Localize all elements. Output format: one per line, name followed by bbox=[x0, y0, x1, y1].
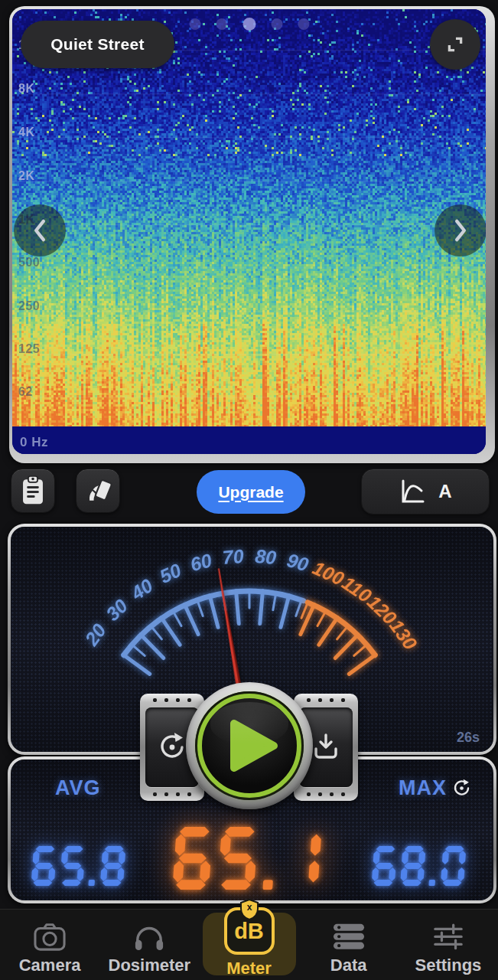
tab-bar: Camera Dosimeter dB x Meter bbox=[0, 909, 498, 980]
tab-label: Data bbox=[330, 956, 367, 975]
prev-arrow-button[interactable] bbox=[14, 204, 66, 256]
screw-dots bbox=[140, 698, 204, 702]
response-curve-icon bbox=[399, 478, 426, 505]
sliders-icon bbox=[431, 921, 466, 952]
frequency-label: 500 bbox=[18, 256, 40, 270]
frequency-zero-label: 0 Hz bbox=[20, 435, 48, 450]
max-label-text: MAX bbox=[399, 776, 447, 800]
svg-text:20: 20 bbox=[80, 619, 110, 650]
cards-icon bbox=[83, 475, 113, 506]
report-button[interactable] bbox=[11, 469, 55, 513]
page-dot[interactable] bbox=[189, 18, 200, 30]
tab-settings[interactable]: Settings bbox=[399, 910, 498, 980]
frequency-label: 62 bbox=[18, 385, 33, 399]
tab-label: Settings bbox=[415, 956, 482, 975]
next-arrow-button[interactable] bbox=[435, 204, 486, 256]
spectrogram-image bbox=[12, 9, 486, 454]
max-label: MAX bbox=[399, 776, 472, 800]
frequency-label: 125 bbox=[18, 342, 40, 356]
shield-x-icon: x bbox=[239, 899, 259, 920]
elapsed-time: 26s bbox=[457, 730, 480, 746]
spectrogram-panel: 16K8K4K2K1K50025012562 0 Hz Quiet Street bbox=[9, 6, 495, 463]
spectrogram-view[interactable]: 16K8K4K2K1K50025012562 0 Hz Quiet Street bbox=[12, 9, 486, 454]
camera-icon bbox=[32, 921, 67, 952]
chevron-left-icon bbox=[30, 217, 50, 243]
expand-icon bbox=[441, 30, 470, 59]
tab-camera[interactable]: Camera bbox=[0, 910, 99, 980]
screw-dots bbox=[140, 792, 204, 796]
reset-icon bbox=[156, 731, 188, 763]
play-icon bbox=[225, 716, 285, 776]
svg-text:90: 90 bbox=[285, 549, 311, 575]
frequency-weighting-button[interactable]: A bbox=[361, 469, 490, 514]
svg-text:70: 70 bbox=[222, 545, 245, 568]
avg-label-text: AVG bbox=[55, 776, 101, 800]
avg-value bbox=[31, 846, 133, 889]
max-value bbox=[371, 846, 474, 889]
frequency-label: 8K bbox=[18, 82, 34, 96]
fullscreen-button[interactable] bbox=[430, 19, 480, 70]
tab-label: Camera bbox=[19, 956, 81, 975]
svg-text:50: 50 bbox=[156, 559, 184, 587]
tab-label: Meter bbox=[226, 959, 272, 978]
page-dot[interactable] bbox=[242, 18, 256, 31]
upgrade-label: Upgrade bbox=[218, 483, 283, 501]
scene-label-button[interactable]: Quiet Street bbox=[21, 21, 174, 68]
decibel-meter-app: 16K8K4K2K1K50025012562 0 Hz Quiet Street bbox=[0, 0, 498, 980]
tab-data[interactable]: Data bbox=[299, 910, 399, 980]
svg-text:x: x bbox=[246, 902, 252, 913]
db-meter-icon: dB x bbox=[224, 907, 275, 955]
svg-text:30: 30 bbox=[102, 595, 132, 626]
frequency-label: 2K bbox=[18, 169, 34, 183]
frequency-label: 250 bbox=[18, 299, 40, 313]
page-dot[interactable] bbox=[271, 18, 282, 30]
svg-text:80: 80 bbox=[254, 545, 277, 568]
tab-label: Dosimeter bbox=[109, 956, 191, 975]
scene-label-text: Quiet Street bbox=[50, 35, 145, 54]
screw-dots bbox=[294, 698, 358, 702]
theme-button[interactable] bbox=[76, 469, 120, 513]
current-value bbox=[171, 827, 333, 893]
weighting-value: A bbox=[438, 481, 451, 502]
play-button-face bbox=[195, 691, 304, 800]
chevron-right-icon bbox=[451, 217, 470, 243]
max-reset-icon[interactable] bbox=[451, 778, 472, 799]
clipboard-icon bbox=[18, 475, 47, 507]
svg-text:60: 60 bbox=[188, 549, 214, 575]
headphones-icon bbox=[132, 921, 167, 952]
avg-label: AVG bbox=[55, 776, 101, 800]
upgrade-button[interactable]: Upgrade bbox=[197, 470, 305, 514]
db-badge-text: dB bbox=[234, 919, 264, 944]
svg-text:40: 40 bbox=[126, 574, 157, 604]
tab-dosimeter[interactable]: Dosimeter bbox=[99, 910, 199, 980]
data-list-icon bbox=[331, 921, 366, 952]
save-icon bbox=[310, 731, 342, 763]
frequency-label: 4K bbox=[18, 126, 34, 139]
page-dot[interactable] bbox=[216, 18, 227, 30]
play-button[interactable] bbox=[186, 682, 313, 809]
page-dot[interactable] bbox=[298, 18, 309, 30]
screw-dots bbox=[294, 792, 358, 796]
page-dots[interactable] bbox=[189, 18, 309, 31]
tab-meter[interactable]: dB x Meter bbox=[199, 910, 298, 980]
